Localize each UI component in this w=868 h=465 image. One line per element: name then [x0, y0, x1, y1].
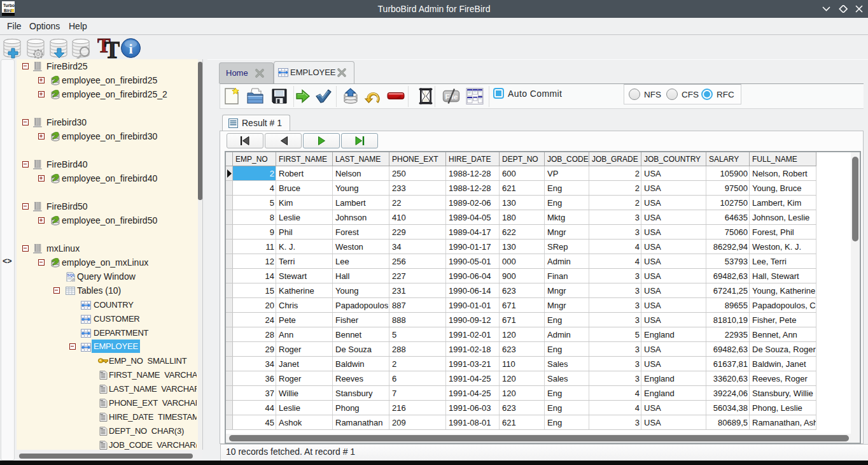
- svg-text:SQL: SQL: [67, 273, 76, 277]
- svg-text:T: T: [104, 37, 120, 59]
- svg-text:i: i: [129, 41, 132, 57]
